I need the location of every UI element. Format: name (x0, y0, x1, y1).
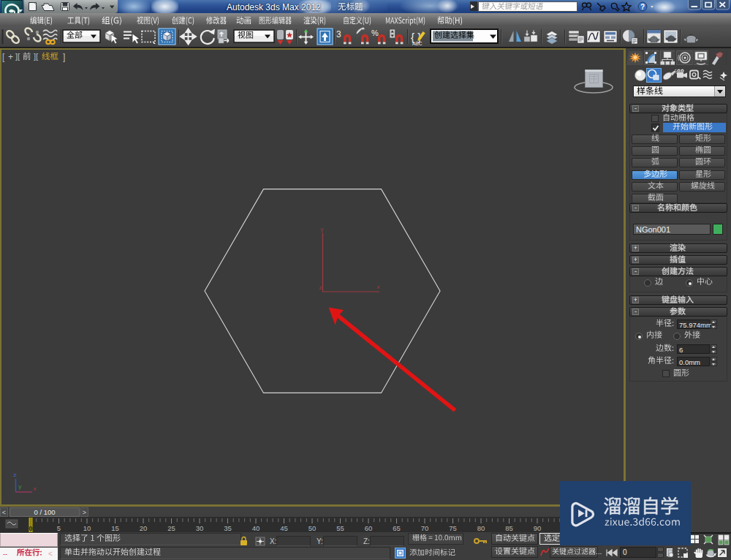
svg-text:25: 25 (167, 524, 175, 532)
svg-text:35: 35 (224, 524, 232, 532)
svg-text:20: 20 (140, 524, 148, 532)
svg-text:10: 10 (83, 524, 91, 532)
svg-text:50: 50 (308, 524, 317, 532)
svg-text:40: 40 (252, 524, 260, 532)
svg-text:x: x (376, 284, 380, 290)
svg-text:3: 3 (336, 29, 341, 39)
svg-text:45: 45 (280, 524, 288, 532)
svg-text:85: 85 (505, 524, 513, 532)
svg-text:z: z (319, 284, 322, 291)
svg-text:0: 0 (29, 524, 32, 532)
svg-text:?: ? (640, 3, 645, 11)
svg-text:15: 15 (111, 524, 119, 532)
svg-text:30: 30 (196, 524, 204, 532)
svg-text:70: 70 (421, 524, 429, 532)
svg-text:z: z (13, 472, 17, 478)
svg-text:y: y (18, 483, 22, 490)
svg-text:55: 55 (336, 524, 344, 532)
svg-text:%: % (371, 29, 379, 37)
svg-text:ABC: ABC (412, 41, 423, 46)
svg-text:80: 80 (477, 524, 485, 532)
svg-text:75: 75 (449, 524, 457, 532)
svg-text:y: y (320, 226, 324, 232)
svg-text:90: 90 (534, 524, 542, 532)
svg-text:60: 60 (365, 524, 373, 532)
svg-text:65: 65 (393, 524, 401, 532)
svg-text:x: x (33, 485, 37, 492)
svg-text:5: 5 (57, 524, 61, 532)
